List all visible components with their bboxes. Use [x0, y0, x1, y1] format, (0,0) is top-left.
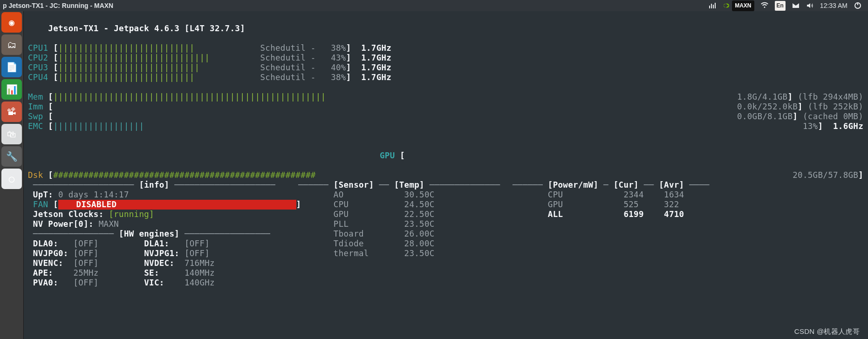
launcher-calc[interactable]: 📊 — [1, 79, 22, 100]
svg-rect-3 — [715, 3, 716, 8]
sensor-row: AO 30.50C — [298, 190, 513, 200]
svg-rect-1 — [711, 4, 712, 8]
cpu-row: CPU3 [|||||||||||||||||||||||||||| Sched… — [28, 63, 863, 73]
hw-row: NVJPG0: [OFF] NVJPG1: [OFF] — [28, 249, 298, 258]
lang-indicator[interactable]: En — [775, 1, 786, 11]
launcher: ◉🗂📄📊📽🛍🔧◯ — [0, 11, 24, 339]
dsk-row: Dsk [###################################… — [28, 170, 863, 180]
swp-row: Swp [0.0GB/8.1GB] (cached 0MB) — [28, 112, 863, 122]
svg-rect-2 — [713, 5, 714, 8]
fan-status: DISABLED — [58, 200, 296, 210]
hw-row: PVA0: [OFF] VIC: 140GHz — [28, 278, 298, 288]
wifi-icon[interactable] — [761, 2, 768, 9]
window-title: p Jetson-TX1 - JC: Running - MAXN — [0, 1, 113, 11]
power-row: CPU 2344 1634 — [513, 190, 863, 200]
sensor-row: thermal 23.50C — [298, 249, 513, 258]
jetpack: Jetpack 4.6.3 — [114, 24, 179, 33]
imm-row: Imm [0.0k/252.0kB] (lfb 252kB) — [28, 102, 863, 112]
launcher-software[interactable]: 🛍 — [1, 124, 22, 144]
activity-icon[interactable] — [709, 2, 716, 9]
hw-row: DLA0: [OFF] DLA1: [OFF] — [28, 239, 298, 249]
svg-rect-0 — [709, 6, 710, 8]
hw-row: NVENC: [OFF] NVDEC: 716MHz — [28, 258, 298, 268]
top-panel: p Jetson-TX1 - JC: Running - MAXN MAXN E… — [0, 0, 868, 11]
cpu-row: CPU2 [|||||||||||||||||||||||||||||| Sch… — [28, 53, 863, 63]
fan-label: FAN — [33, 200, 48, 209]
launcher-settings[interactable]: 🔧 — [1, 146, 22, 167]
cpu-block: CPU1 [||||||||||||||||||||||||||| Schedu… — [28, 43, 863, 82]
watermark: CSDN @机器人虎哥 — [794, 326, 860, 336]
launcher-writer[interactable]: 📄 — [1, 57, 22, 77]
emc-row: EMC [||||||||||||||||||13%] 1.6GHz — [28, 122, 863, 131]
power-row: GPU 525 322 — [513, 200, 863, 210]
l4t: [L4T 32.7.3] — [185, 24, 245, 33]
sensor-row: GPU 22.50C — [298, 210, 513, 219]
sensor-row: Tdiode 28.00C — [298, 239, 513, 249]
volume-icon[interactable] — [806, 2, 813, 9]
svg-rect-5 — [857, 2, 858, 5]
sensor-row: CPU 24.50C — [298, 200, 513, 210]
power-panel: ────── [Power/mW] ─ [Cur] ── [Avr] ──── … — [513, 180, 863, 288]
terminal: Jetson-TX1 - Jetpack 4.6.3 [L4T 32.7.3] … — [23, 11, 868, 339]
sensor-panel: ────── [Sensor] ── [Temp] ──────────────… — [298, 180, 513, 288]
cpu-row: CPU1 [||||||||||||||||||||||||||| Schedu… — [28, 43, 863, 53]
sensor-row: PLL 23.50C — [298, 219, 513, 229]
cpu-row: CPU4 [||||||||||||||||||||||||||| Schedu… — [28, 73, 863, 82]
system-tray: MAXN En 12:33 AM — [709, 0, 868, 11]
host: Jetson-TX1 — [48, 24, 98, 33]
sensor-row: Tboard 26.00C — [298, 229, 513, 239]
hw-row: APE: 25MHz SE: 140MHz — [28, 268, 298, 278]
clock[interactable]: 12:33 AM — [820, 1, 847, 11]
gpu-row: GPU [ — [28, 141, 863, 170]
info-panel: ──────────────────── [info] ────────────… — [28, 180, 298, 288]
power-icon[interactable] — [854, 2, 861, 9]
nvidia-mode[interactable]: MAXN — [723, 0, 754, 11]
mem-row: Mem [|||||||||||||||||||||||||||||||||||… — [28, 92, 863, 102]
launcher-impress[interactable]: 📽 — [1, 102, 22, 122]
launcher-ubuntu[interactable]: ◉ — [1, 12, 22, 33]
power-row: ALL 6199 4710 — [513, 210, 863, 219]
launcher-files[interactable]: 🗂 — [1, 34, 22, 55]
launcher-chromium[interactable]: ◯ — [1, 169, 22, 189]
mail-icon[interactable] — [792, 2, 800, 9]
